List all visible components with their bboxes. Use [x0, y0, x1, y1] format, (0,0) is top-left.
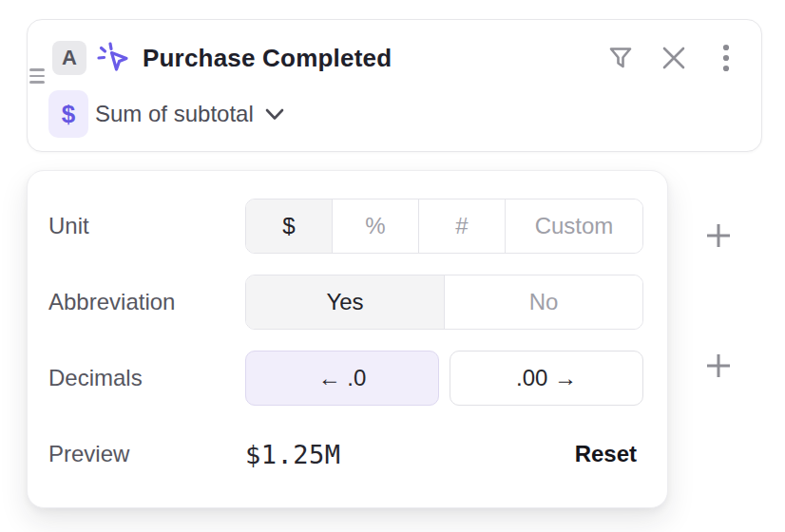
- measure-selector[interactable]: Sum of subtotal: [95, 100, 284, 128]
- add-button-bottom[interactable]: [698, 345, 739, 387]
- number-format-panel: Unit $ % # Custom Abbreviation Yes No De…: [27, 170, 668, 508]
- drag-handle-icon[interactable]: [29, 68, 45, 87]
- unit-option-custom[interactable]: Custom: [506, 200, 642, 253]
- unit-option-percent[interactable]: %: [333, 200, 419, 253]
- unit-option-number[interactable]: #: [419, 200, 506, 253]
- close-icon[interactable]: [657, 41, 691, 75]
- unit-label: Unit: [48, 213, 245, 239]
- measure-label: Sum of subtotal: [95, 100, 254, 128]
- unit-segmented-control: $ % # Custom: [245, 199, 643, 254]
- module-letter-badge: A: [52, 41, 86, 75]
- unit-row: Unit $ % # Custom: [48, 199, 643, 254]
- decimals-label: Decimals: [48, 365, 245, 391]
- decimals-increase-button[interactable]: .00 →: [450, 351, 643, 406]
- abbreviation-option-no[interactable]: No: [445, 276, 642, 329]
- decimals-row: Decimals ← .0 .00 →: [48, 351, 643, 406]
- preview-value: $1.25M: [245, 440, 341, 469]
- abbreviation-label: Abbreviation: [48, 289, 245, 315]
- decimals-controls: ← .0 .00 →: [245, 351, 643, 406]
- event-title[interactable]: Purchase Completed: [143, 44, 392, 73]
- add-button-top[interactable]: [698, 215, 739, 256]
- reset-button[interactable]: Reset: [575, 441, 637, 467]
- filter-icon[interactable]: [603, 40, 638, 74]
- unit-option-dollar[interactable]: $: [246, 200, 333, 253]
- preview-row: Preview $1.25M Reset: [48, 427, 643, 482]
- event-module-card: A Purchase Completed $ Sum of subto: [27, 19, 762, 152]
- abbreviation-segmented-control: Yes No: [245, 275, 643, 330]
- kebab-menu-icon[interactable]: [709, 41, 743, 75]
- click-event-icon: [94, 39, 132, 77]
- abbreviation-option-yes[interactable]: Yes: [246, 276, 445, 329]
- measure-unit-badge: $: [48, 90, 88, 138]
- chevron-down-icon: [265, 108, 284, 121]
- preview-label: Preview: [48, 441, 245, 467]
- abbreviation-row: Abbreviation Yes No: [48, 275, 643, 330]
- decimals-decrease-button[interactable]: ← .0: [245, 351, 439, 406]
